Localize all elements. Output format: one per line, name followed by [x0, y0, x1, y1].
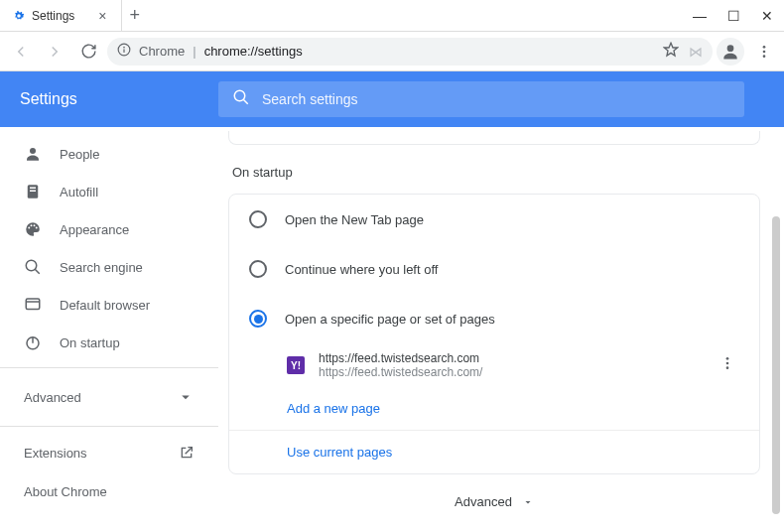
search-icon	[232, 88, 250, 110]
chevron-down-icon	[522, 496, 534, 508]
sidebar-advanced-toggle[interactable]: Advanced	[0, 374, 218, 420]
startup-card: Open the New Tab page Continue where you…	[228, 194, 760, 474]
site-info-icon[interactable]	[117, 43, 131, 60]
sidebar-item-label: Appearance	[60, 222, 129, 237]
svg-point-24	[726, 362, 729, 365]
svg-point-17	[26, 260, 37, 271]
radio-icon	[249, 210, 267, 228]
search-input[interactable]	[262, 91, 730, 107]
advanced-toggle[interactable]: Advanced	[228, 474, 760, 509]
svg-point-13	[28, 227, 30, 229]
svg-point-1	[123, 47, 125, 49]
add-page-link[interactable]: Add a new page	[229, 387, 759, 430]
tab-title: Settings	[32, 9, 74, 23]
radio-new-tab[interactable]: Open the New Tab page	[229, 195, 759, 244]
svg-point-23	[726, 357, 729, 360]
star-icon[interactable]	[663, 42, 679, 61]
sidebar-item-about[interactable]: About Chrome	[0, 472, 218, 511]
svg-point-9	[30, 148, 36, 154]
sidebar-item-label: Default browser	[60, 298, 150, 313]
sidebar-item-appearance[interactable]: Appearance	[0, 210, 218, 248]
sidebar-item-people[interactable]: People	[0, 135, 218, 173]
minimize-button[interactable]: —	[683, 1, 717, 31]
reload-button[interactable]	[73, 37, 103, 66]
browser-tab[interactable]: Settings ×	[0, 0, 122, 32]
sidebar-item-label: On startup	[60, 335, 120, 350]
sidebar-item-label: Search engine	[60, 260, 143, 275]
radio-continue[interactable]: Continue where you left off	[229, 244, 759, 294]
sidebar-item-default-browser[interactable]: Default browser	[0, 286, 218, 324]
radio-label: Continue where you left off	[285, 262, 438, 277]
window-titlebar: Settings × + — ☐ ✕	[0, 0, 784, 32]
sidebar-item-on-startup[interactable]: On startup	[0, 324, 218, 361]
radio-icon	[249, 310, 267, 328]
new-tab-button[interactable]: +	[122, 5, 149, 26]
radio-label: Open the New Tab page	[285, 212, 424, 227]
page-title: Settings	[20, 90, 198, 108]
forward-button[interactable]	[40, 37, 69, 66]
sidebar: People Autofill Appearance Search engine…	[0, 127, 218, 532]
back-button[interactable]	[6, 37, 36, 66]
svg-point-25	[726, 366, 729, 369]
gear-icon	[12, 9, 26, 23]
window-controls: — ☐ ✕	[683, 1, 784, 31]
maximize-button[interactable]: ☐	[717, 1, 750, 31]
content: People Autofill Appearance Search engine…	[0, 127, 784, 532]
sidebar-item-search-engine[interactable]: Search engine	[0, 248, 218, 286]
address-bar[interactable]: Chrome | chrome://settings ⋈	[107, 38, 713, 66]
svg-point-16	[36, 227, 38, 229]
radio-specific-page[interactable]: Open a specific page or set of pages	[229, 294, 759, 343]
svg-rect-12	[30, 191, 36, 193]
url-text: chrome://settings	[204, 44, 303, 59]
sidebar-item-label: Autofill	[60, 185, 98, 200]
tab-close-icon[interactable]: ×	[94, 6, 110, 26]
external-link-icon	[179, 445, 195, 461]
chrome-menu-button[interactable]	[750, 38, 778, 66]
chevron-down-icon	[177, 388, 195, 406]
sidebar-divider	[0, 367, 218, 368]
profile-button[interactable]	[717, 38, 744, 66]
page-favicon: Y!	[287, 356, 305, 374]
page-title-line: https://feed.twistedsearch.com	[319, 351, 702, 365]
sidebar-item-extensions[interactable]: Extensions	[0, 433, 218, 472]
sidebar-item-autofill[interactable]: Autofill	[0, 173, 218, 210]
use-current-pages-link[interactable]: Use current pages	[229, 430, 759, 473]
svg-point-7	[234, 90, 245, 101]
svg-rect-2	[123, 49, 124, 53]
svg-point-5	[763, 50, 766, 53]
browser-toolbar: Chrome | chrome://settings ⋈	[0, 32, 784, 71]
sidebar-divider	[0, 426, 218, 427]
svg-line-8	[243, 99, 248, 104]
sidebar-item-label: Extensions	[24, 446, 87, 461]
butterfly-icon[interactable]: ⋈	[689, 44, 703, 60]
svg-point-15	[34, 224, 36, 226]
svg-point-6	[763, 55, 766, 58]
settings-header: Settings	[0, 71, 784, 127]
search-settings-box[interactable]	[218, 81, 744, 117]
svg-rect-19	[26, 299, 40, 310]
page-url-line: https://feed.twistedsearch.com/	[319, 365, 702, 379]
main-panel: On startup Open the New Tab page Continu…	[218, 127, 784, 532]
svg-line-18	[35, 269, 40, 274]
radio-label: Open a specific page or set of pages	[285, 312, 495, 327]
scrollbar[interactable]	[772, 127, 780, 532]
advanced-label: Advanced	[455, 494, 512, 509]
startup-page-row: Y! https://feed.twistedsearch.com https:…	[229, 343, 759, 387]
section-title: On startup	[228, 165, 760, 180]
url-scheme: Chrome	[139, 44, 185, 59]
radio-icon	[249, 260, 267, 278]
scrollbar-thumb[interactable]	[772, 216, 780, 514]
close-button[interactable]: ✕	[750, 1, 784, 31]
svg-point-14	[31, 224, 33, 226]
svg-point-4	[763, 46, 766, 49]
sidebar-item-label: About Chrome	[24, 484, 107, 499]
sidebar-item-label: Advanced	[24, 390, 81, 405]
page-more-button[interactable]	[716, 351, 739, 379]
url-divider: |	[193, 44, 196, 59]
svg-point-3	[727, 45, 734, 52]
sidebar-item-label: People	[60, 147, 99, 162]
svg-rect-11	[30, 188, 36, 190]
